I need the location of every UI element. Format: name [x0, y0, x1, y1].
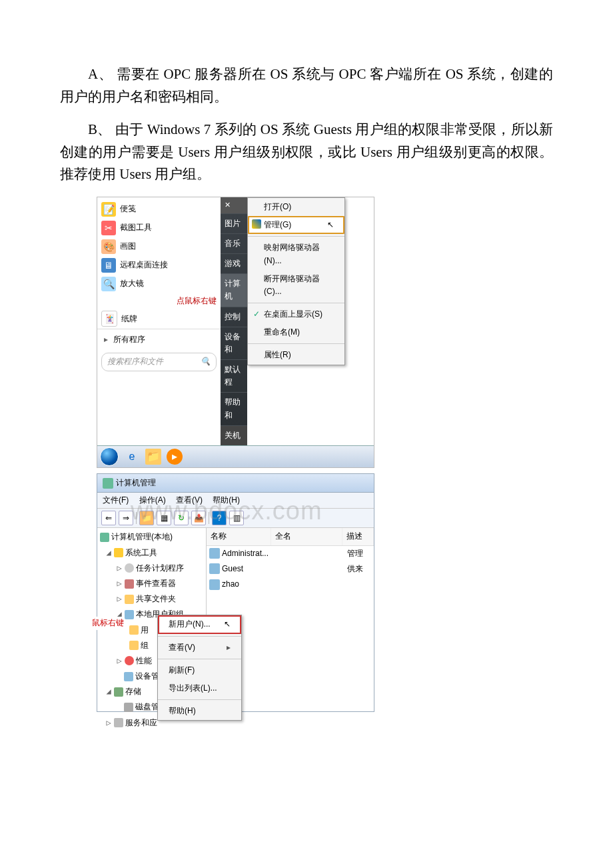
context-menu-computer: 打开(O) 管理(G)↖ 映射网络驱动器(N)... 断开网络驱动器(C)...… — [247, 197, 345, 365]
ctx-view[interactable]: 查看(V) — [158, 639, 241, 657]
paragraph-a: A、 需要在 OPC 服务器所在 OS 系统与 OPC 客户端所在 OS 系统，… — [60, 63, 553, 108]
folder-icon — [129, 625, 139, 635]
menu-bar: 文件(F) 操作(A) 查看(V) 帮助(H) — [97, 493, 374, 509]
taskbar-ie-icon[interactable]: e — [124, 449, 140, 465]
ctx-map[interactable]: 映射网络驱动器(N)... — [248, 239, 344, 269]
service-icon — [114, 718, 123, 727]
taskbar-explorer-icon[interactable]: 📁 — [145, 449, 161, 465]
menu-view[interactable]: 查看(V) — [176, 495, 203, 505]
start-item-magnifier[interactable]: 🔍放大镜 — [97, 275, 221, 293]
col-desc[interactable]: 描述 — [342, 528, 374, 545]
panel-devices[interactable]: 设备和 — [221, 327, 247, 359]
ctx-properties[interactable]: 属性(R) — [248, 346, 344, 364]
start-orb[interactable] — [100, 447, 119, 466]
panel-control[interactable]: 控制 — [221, 307, 247, 327]
panel-pictures[interactable]: 图片 — [221, 213, 247, 233]
cursor-icon: ↖ — [327, 219, 334, 231]
show-hide-button[interactable]: ▦ — [157, 511, 171, 525]
menu-file[interactable]: 文件(F) — [103, 495, 129, 505]
perf-icon — [125, 656, 134, 665]
start-item-paint[interactable]: 🎨画图 — [97, 237, 221, 256]
taskbar-wmp-icon[interactable]: ▸ — [167, 449, 183, 465]
taskbar: e 📁 ▸ — [97, 445, 374, 467]
folder-icon — [129, 641, 139, 650]
tools-icon — [114, 548, 123, 557]
forward-button[interactable]: ⇒ — [119, 511, 133, 525]
prop-button[interactable]: ▥ — [229, 511, 244, 525]
start-right-panel: ✕ 图片 音乐 游戏 计算机 控制 设备和 默认程 帮助和 关机 — [221, 197, 247, 445]
folder-icon — [125, 595, 134, 604]
check-icon: ✓ — [253, 308, 260, 321]
menu-help[interactable]: 帮助(H) — [213, 495, 240, 505]
cursor-icon: ↖ — [224, 618, 231, 631]
menu-action[interactable]: 操作(A) — [139, 495, 166, 505]
storage-icon — [114, 687, 123, 697]
panel-music[interactable]: 音乐 — [221, 233, 247, 253]
user-icon — [209, 563, 220, 574]
tree-event[interactable]: ▷事件查看器 — [97, 576, 206, 591]
col-name[interactable]: 名称 — [207, 528, 271, 545]
screenshot-start-menu: 📝便笺 ✂截图工具 🎨画图 🖥远程桌面连接 🔍放大镜 点鼠标右键 🃏纸牌 所有程… — [97, 197, 374, 468]
event-icon — [125, 579, 134, 589]
list-header: 名称 全名 描述 — [207, 528, 374, 545]
mgmt-icon — [100, 533, 109, 542]
ctx-new-user[interactable]: 新用户(N)...↖ — [158, 615, 241, 633]
clock-icon — [125, 563, 134, 573]
title-bar: 计算机管理 — [97, 474, 374, 493]
close-area: ✕ — [221, 197, 247, 213]
search-box[interactable]: 搜索程序和文件🔍 — [101, 353, 217, 371]
panel-computer[interactable]: 计算机 — [221, 273, 247, 306]
panel-default[interactable]: 默认程 — [221, 359, 247, 392]
panel-help[interactable]: 帮助和 — [221, 392, 247, 425]
screenshot-computer-mgmt: www.bdocx.com 计算机管理 文件(F) 操作(A) 查看(V) 帮助… — [97, 473, 374, 712]
start-item-solitaire[interactable]: 🃏纸牌 — [97, 309, 221, 329]
ctx-open[interactable]: 打开(O) — [248, 198, 344, 216]
start-item-snip[interactable]: ✂截图工具 — [97, 219, 221, 237]
all-programs[interactable]: 所有程序 — [97, 329, 221, 350]
ctx-rename[interactable]: 重命名(M) — [248, 323, 344, 341]
up-button[interactable]: 📁 — [139, 511, 154, 525]
tree-share[interactable]: ▷共享文件夹 — [97, 591, 206, 607]
list-row[interactable]: Administrat...管理 — [207, 546, 374, 561]
ctx-show-desktop[interactable]: ✓在桌面上显示(S) — [248, 305, 344, 323]
list-row[interactable]: Guest供来 — [207, 561, 374, 577]
ctx-disconnect[interactable]: 断开网络驱动器(C)... — [248, 270, 344, 301]
app-icon — [103, 478, 113, 489]
device-icon — [124, 672, 133, 681]
paragraph-b: B、 由于 Windows 7 系列的 OS 系统 Guests 用户组的权限非… — [60, 119, 553, 186]
ctx-help[interactable]: 帮助(H) — [158, 702, 241, 720]
back-button[interactable]: ⇐ — [101, 511, 116, 525]
users-icon — [125, 610, 134, 619]
ctx-manage[interactable]: 管理(G)↖ — [248, 216, 344, 234]
context-menu-users: 新用户(N)...↖ 查看(V) 刷新(F) 导出列表(L)... 帮助(H) — [157, 615, 242, 721]
tree-pane: 计算机管理(本地) ◢系统工具 ▷任务计划程序 ▷事件查看器 ▷共享文件夹 ◢本… — [97, 528, 207, 711]
shield-icon — [252, 219, 261, 229]
right-click-hint: 点鼠标右键 — [97, 293, 221, 309]
ctx-refresh[interactable]: 刷新(F) — [158, 661, 241, 679]
tree-system[interactable]: ◢系统工具 — [97, 545, 206, 561]
refresh-button[interactable]: ↻ — [174, 511, 189, 525]
export-button[interactable]: 📤 — [191, 511, 206, 525]
search-icon: 🔍 — [201, 355, 211, 368]
panel-shutdown[interactable]: 关机 — [221, 425, 247, 445]
user-icon — [209, 548, 220, 559]
toolbar: ⇐ ⇒ 📁 ▦ ↻ 📤 ? ▥ — [97, 509, 374, 528]
tree-task[interactable]: ▷任务计划程序 — [97, 561, 206, 576]
window-title: 计算机管理 — [116, 477, 156, 489]
start-item-sticky-notes[interactable]: 📝便笺 — [97, 200, 221, 219]
help-button[interactable]: ? — [212, 511, 227, 525]
user-icon — [209, 579, 220, 590]
disk-icon — [124, 703, 133, 712]
list-row[interactable]: zhao — [207, 577, 374, 592]
right-click-hint-2: 鼠标右键 — [92, 617, 124, 629]
tree-root[interactable]: 计算机管理(本地) — [97, 529, 206, 545]
col-fullname[interactable]: 全名 — [271, 528, 342, 545]
start-item-rdp[interactable]: 🖥远程桌面连接 — [97, 256, 221, 275]
panel-games[interactable]: 游戏 — [221, 253, 247, 273]
ctx-export[interactable]: 导出列表(L)... — [158, 679, 241, 697]
